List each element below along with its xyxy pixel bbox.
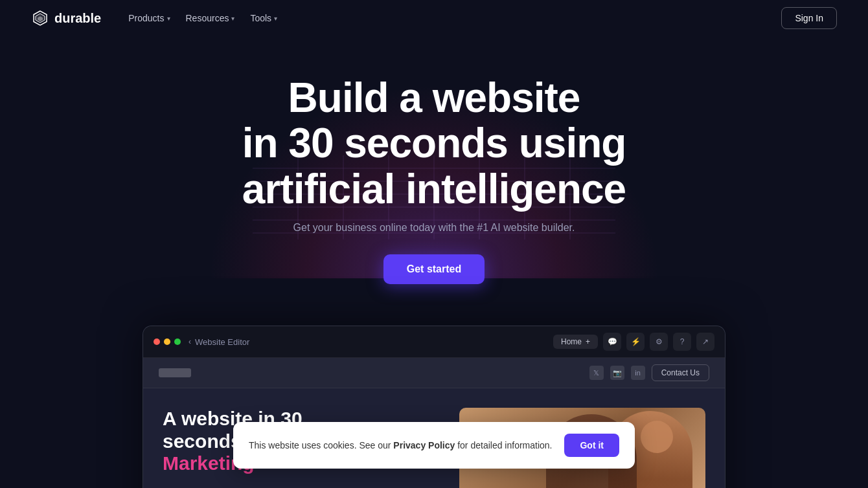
- external-link-icon: ↗: [702, 337, 709, 346]
- get-started-button[interactable]: Get started: [383, 254, 485, 284]
- nav-products[interactable]: Products ▾: [122, 9, 176, 27]
- help-icon-btn[interactable]: ?: [673, 333, 691, 351]
- nav-links: Products ▾ Resources ▾ Tools ▾: [122, 9, 284, 27]
- tools-chevron-icon: ▾: [274, 15, 277, 22]
- contact-us-button[interactable]: Contact Us: [652, 364, 709, 381]
- lightning-icon-btn[interactable]: ⚡: [626, 333, 645, 351]
- chat-icon-btn[interactable]: 💬: [603, 333, 621, 351]
- back-chevron-icon: ‹: [188, 337, 191, 346]
- hero-title: Build a website in 30 seconds using arti…: [240, 75, 628, 212]
- dot-green: [174, 338, 181, 345]
- settings-icon: ⚙: [656, 337, 663, 346]
- linkedin-icon[interactable]: in: [631, 366, 645, 380]
- browser-actions: Home + 💬 ⚡ ⚙ ? ↗: [553, 333, 714, 351]
- browser-inner-nav: 𝕏 📷 in Contact Us: [143, 358, 725, 388]
- navbar: durable Products ▾ Resources ▾ Tools ▾ S…: [0, 0, 868, 36]
- cookie-text: This website uses cookies. See our Priva…: [249, 439, 553, 452]
- dot-yellow: [164, 338, 170, 345]
- help-icon: ?: [680, 337, 685, 346]
- cookie-banner: This website uses cookies. See our Priva…: [233, 422, 635, 469]
- hero-section: Build a website in 30 seconds using arti…: [0, 36, 868, 284]
- resources-chevron-icon: ▾: [231, 15, 234, 22]
- external-icon-btn[interactable]: ↗: [696, 333, 714, 351]
- browser-dots: [154, 338, 181, 345]
- home-tab[interactable]: Home +: [553, 335, 598, 349]
- hero-subtitle: Get your business online today with the …: [0, 222, 868, 234]
- browser-back[interactable]: ‹ Website Editor: [188, 337, 249, 347]
- browser-titlebar: ‹ Website Editor Home + 💬 ⚡ ⚙ ? ↗: [143, 326, 725, 358]
- nav-left: durable Products ▾ Resources ▾ Tools ▾: [31, 9, 284, 27]
- inner-nav-actions: 𝕏 📷 in Contact Us: [589, 364, 709, 381]
- twitter-icon[interactable]: 𝕏: [589, 366, 604, 380]
- nav-resources[interactable]: Resources ▾: [179, 9, 242, 27]
- logo-text: durable: [54, 11, 101, 26]
- sign-in-button[interactable]: Sign In: [781, 7, 837, 29]
- got-it-button[interactable]: Got it: [564, 434, 619, 457]
- chat-icon: 💬: [608, 337, 617, 346]
- instagram-icon[interactable]: 📷: [610, 366, 624, 380]
- products-chevron-icon: ▾: [167, 15, 170, 22]
- settings-icon-btn[interactable]: ⚙: [650, 333, 668, 351]
- logo[interactable]: durable: [31, 9, 101, 27]
- plus-icon: +: [586, 337, 590, 346]
- lightning-icon: ⚡: [631, 337, 641, 346]
- dot-red: [154, 338, 160, 345]
- nav-tools[interactable]: Tools ▾: [244, 9, 284, 27]
- inner-logo: [159, 368, 191, 377]
